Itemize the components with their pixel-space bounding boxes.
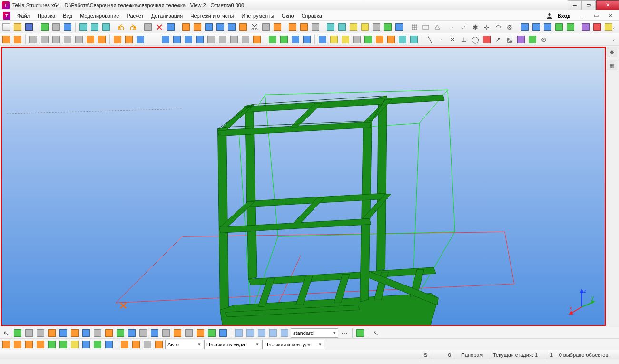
phase-button[interactable]	[383, 22, 393, 32]
snap-mode-dropdown[interactable]: Авто	[165, 340, 203, 349]
os-maximize-button[interactable]: ▭	[581, 0, 596, 10]
render2-button[interactable]	[565, 22, 576, 32]
snap-off-button[interactable]	[104, 339, 114, 350]
profile-button[interactable]	[85, 34, 96, 45]
line-cut-button[interactable]	[217, 34, 228, 45]
curved-beam-button[interactable]	[39, 34, 50, 45]
weld-button[interactable]	[124, 34, 134, 45]
report-button[interactable]	[592, 22, 602, 32]
db2-button[interactable]	[89, 22, 100, 32]
polybeam-button[interactable]	[28, 34, 39, 45]
snap-grid-button[interactable]: ▨	[504, 34, 515, 45]
snap-geom-button[interactable]	[527, 34, 538, 45]
snap-nearest-button[interactable]	[481, 34, 492, 45]
select-references-button[interactable]	[138, 328, 148, 338]
polygon-cut-button[interactable]	[229, 34, 239, 45]
contour-plane-dropdown[interactable]: Плоскости контура	[262, 340, 324, 349]
linear-array-button[interactable]	[238, 22, 248, 32]
delete-button[interactable]	[154, 22, 165, 32]
snap-perp-button[interactable]: ⊥	[459, 34, 469, 45]
snap-any-button[interactable]	[58, 339, 69, 350]
twin-profile-button[interactable]	[51, 34, 61, 45]
select-surfaces-button[interactable]	[35, 328, 46, 338]
snap-midpoint-button[interactable]	[12, 339, 23, 350]
selfilter-b1[interactable]	[234, 328, 244, 338]
clash-button[interactable]	[348, 22, 359, 32]
selfilter-b4[interactable]	[268, 328, 278, 338]
select-welds-button[interactable]	[69, 328, 80, 338]
detail-column-button[interactable]	[160, 34, 171, 45]
open-button[interactable]	[12, 22, 23, 32]
autoconnect-button[interactable]	[340, 34, 351, 45]
selection-filter-settings-button[interactable]: ⋯	[339, 328, 350, 338]
selfilter-b5[interactable]	[279, 328, 290, 338]
login-link[interactable]: Вход	[554, 13, 574, 19]
snap-extension-button[interactable]: ↗	[493, 34, 503, 45]
autodefault-button[interactable]	[352, 34, 362, 45]
snap-perpendicular-button[interactable]	[35, 339, 46, 350]
custom-comp-button[interactable]	[329, 34, 339, 45]
item-button[interactable]	[97, 34, 107, 45]
view-list-button[interactable]	[310, 22, 321, 32]
detail-line-button[interactable]	[183, 34, 194, 45]
explode-button[interactable]	[374, 34, 385, 45]
select-pour-button[interactable]	[206, 328, 217, 338]
connection-1-button[interactable]	[267, 34, 278, 45]
toolbar-overflow-icon[interactable]: ›	[609, 34, 618, 45]
3d-viewport[interactable]: z x y	[1, 47, 606, 326]
detail-polyline-button[interactable]	[195, 34, 205, 45]
os-close-button[interactable]: ✕	[596, 0, 619, 10]
snap-plane-1-button[interactable]	[119, 339, 130, 350]
snap-plane-4-button[interactable]	[154, 339, 164, 350]
properties-button[interactable]	[143, 22, 153, 32]
inquire-button[interactable]	[166, 22, 176, 32]
sequencer-button[interactable]	[397, 34, 408, 45]
selfilter-b2[interactable]	[245, 328, 255, 338]
component-cat-button[interactable]	[317, 34, 328, 45]
select-assemblies-button[interactable]	[127, 328, 137, 338]
menu-view[interactable]: Вид	[59, 12, 76, 20]
fitting-button[interactable]	[206, 34, 216, 45]
new-button[interactable]	[1, 22, 11, 32]
assembly-button[interactable]	[135, 34, 146, 45]
menu-help[interactable]: Справка	[298, 12, 326, 20]
menu-tools[interactable]: Инструменты	[238, 12, 278, 20]
select-cuts-button[interactable]	[81, 328, 91, 338]
contour-plate-button[interactable]	[74, 34, 84, 45]
point-bolt-button[interactable]: ⊗	[504, 22, 515, 32]
menu-file[interactable]: Файл	[13, 12, 34, 20]
applications-button[interactable]	[363, 34, 373, 45]
measure-dist-button[interactable]	[325, 22, 336, 32]
measure-angle-button[interactable]	[337, 22, 347, 32]
snap-none-button[interactable]: ⊘	[539, 34, 549, 45]
point-project-button[interactable]: ⊹	[481, 22, 492, 32]
select-loads-button[interactable]	[149, 328, 160, 338]
select-rebar-button[interactable]	[195, 328, 206, 338]
select-parts-button[interactable]	[24, 328, 34, 338]
clash2-button[interactable]	[360, 22, 370, 32]
save-button[interactable]	[24, 22, 34, 32]
axis-gizmo[interactable]: z x y	[568, 288, 596, 316]
select-all-button[interactable]: ↖	[1, 328, 11, 338]
workplane-button[interactable]	[421, 22, 431, 32]
menu-edit[interactable]: Правка	[34, 12, 59, 20]
select-single-button[interactable]	[218, 328, 228, 338]
copy-clipboard-button[interactable]	[261, 22, 271, 32]
menu-drawings[interactable]: Чертежи и отчеты	[187, 12, 237, 20]
menu-modeling[interactable]: Моделирование	[76, 12, 123, 20]
snap-centerpoint-button[interactable]	[69, 339, 80, 350]
selection-filter-dropdown[interactable]: standard	[291, 328, 338, 338]
side-panel-button-2[interactable]: ▦	[607, 60, 617, 70]
db3-button[interactable]	[101, 22, 111, 32]
orthogonal-beam-button[interactable]	[62, 34, 73, 45]
zoom-previous-button[interactable]	[542, 22, 553, 32]
select-grids-button[interactable]	[58, 328, 69, 338]
snap-line-button[interactable]	[47, 339, 57, 350]
share-button[interactable]	[39, 22, 50, 32]
pick-button[interactable]: ↖	[371, 328, 381, 338]
column-button[interactable]	[1, 34, 11, 45]
side-panel-button-1[interactable]: ◆	[607, 47, 617, 57]
snap-end-button[interactable]: ╲	[424, 34, 435, 45]
select-components-button[interactable]	[115, 328, 126, 338]
mirror-button[interactable]	[204, 22, 214, 32]
